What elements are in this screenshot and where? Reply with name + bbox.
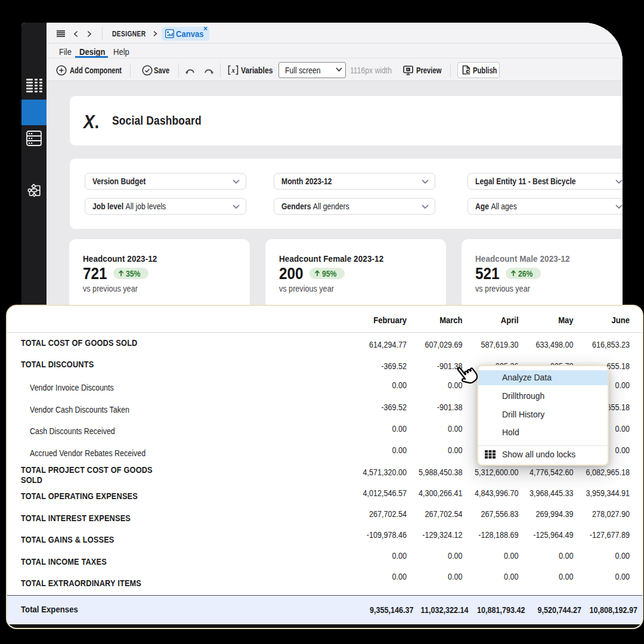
svg-text:x: x	[231, 67, 235, 74]
